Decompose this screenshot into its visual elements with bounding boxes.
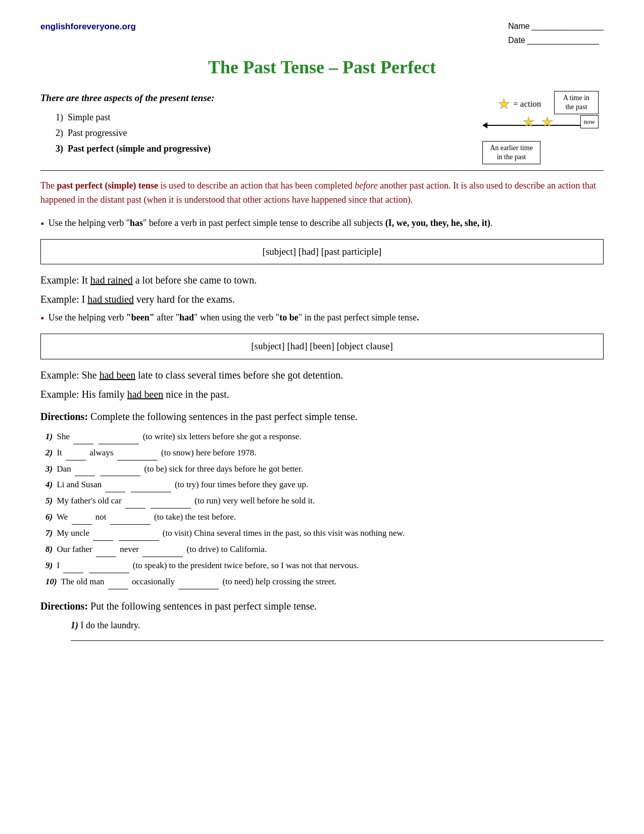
- exercise-item-2: 2) It always (to snow) here before 1978.: [45, 445, 604, 460]
- timeline-diagram: A time in the past ★ = action ★ ★ now: [482, 91, 599, 164]
- description-block: The past perfect (simple) tense is used …: [40, 179, 604, 207]
- example-2a: Example: She had been late to class seve…: [40, 367, 604, 383]
- italic-term: before: [355, 180, 377, 191]
- star-icon-2: ★: [541, 112, 553, 132]
- stars-on-arrow: ★ ★: [523, 112, 553, 132]
- subject-list: (I, we, you, they, he, she, it): [385, 218, 490, 228]
- formula-box-1: [subject] [had] [past participle]: [40, 239, 604, 265]
- exercise-item-7: 7) My uncle (to visit) China several tim…: [45, 526, 604, 541]
- bullet-2: •: [40, 310, 44, 327]
- exercise-item-1: 1) She (to write) six letters before she…: [45, 429, 604, 444]
- intro-section: There are three aspects of the present t…: [40, 91, 604, 164]
- section-divider-1: [40, 170, 604, 171]
- exercise-item-5: 5) My father's old car (to run) very wel…: [45, 493, 604, 508]
- intro-italic: There are three aspects of the present t…: [40, 91, 472, 106]
- list-item-2: 2) Past progressive: [56, 126, 472, 140]
- exercise-2-block: 1) I do the laundry.: [40, 619, 604, 641]
- bullet-1: •: [40, 215, 44, 232]
- site-name: englishforeveryone.org: [40, 20, 136, 33]
- exercise-item-4: 4) Li and Susan (to try) four times befo…: [45, 477, 604, 492]
- diagram-box-bottom: An earlier time in the past: [482, 141, 540, 164]
- answer-line-1: [71, 640, 604, 641]
- example-1a: Example: It had rained a lot before she …: [40, 272, 604, 288]
- diagram-container: A time in the past ★ = action ★ ★ now: [482, 91, 604, 164]
- exercise-2-item-1: 1) I do the laundry.: [71, 619, 604, 632]
- underline-had-been-1: had been: [100, 369, 136, 381]
- now-box: now: [580, 115, 599, 128]
- star-icon-action: ★: [498, 94, 510, 115]
- date-label: Date: [508, 34, 604, 47]
- rule-2-text: Use the helping verb "been" after "had" …: [48, 311, 604, 325]
- underline-had-been-2: had been: [127, 389, 164, 400]
- name-label: Name: [508, 20, 604, 32]
- underline-had-rained: had rained: [90, 274, 133, 286]
- formula-box-2: [subject] [had] [been] [object clause]: [40, 334, 604, 359]
- exercise-item-3: 3) Dan (to be) sick for three days befor…: [45, 461, 604, 477]
- action-label-row: ★ = action: [498, 94, 541, 115]
- page-title: The Past Tense – Past Perfect: [40, 54, 604, 81]
- underline-had-studied: had studied: [87, 294, 134, 305]
- example-2b: Example: His family had been nice in the…: [40, 387, 604, 402]
- list-item-1: 1) Simple past: [56, 111, 472, 124]
- exercise-item-10: 10) The old man occasionally (to need) h…: [45, 574, 604, 589]
- directions-2: Directions: Put the following sentences …: [40, 598, 604, 614]
- intro-list: 1) Simple past 2) Past progressive 3) Pa…: [40, 111, 472, 156]
- bold-term: past perfect (simple) tense: [57, 180, 158, 191]
- rule-2: • Use the helping verb "been" after "had…: [40, 311, 604, 327]
- exercise-list-1: 1) She (to write) six letters before she…: [40, 429, 604, 589]
- star-icon-1: ★: [523, 112, 534, 132]
- list-item-3: 3) Past perfect (simple and progressive): [56, 142, 472, 156]
- rule-1-text: Use the helping verb "has" before a verb…: [48, 216, 604, 230]
- exercise-item-8: 8) Our father never (to drive) to Califo…: [45, 542, 604, 557]
- exercise-item-6: 6) We not (to take) the test before.: [45, 509, 604, 525]
- diagram-box-top: A time in the past: [554, 91, 599, 114]
- name-date-block: Name Date: [508, 20, 604, 49]
- page-header: englishforeveryone.org Name Date: [40, 20, 604, 49]
- arrow-left-head: [482, 122, 487, 128]
- directions-1: Directions: Complete the following sente…: [40, 409, 604, 424]
- rule-1: • Use the helping verb "has" before a ve…: [40, 216, 604, 232]
- exercise-item-9: 9) I (to speak) to the president twice b…: [45, 558, 604, 573]
- intro-left: There are three aspects of the present t…: [40, 91, 472, 158]
- example-1b: Example: I had studied very hard for the…: [40, 292, 604, 307]
- action-text: = action: [513, 98, 541, 111]
